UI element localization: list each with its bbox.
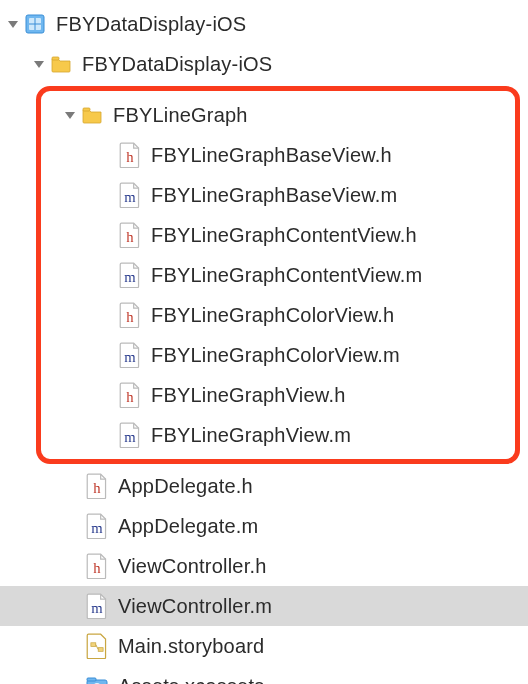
tree-row-file[interactable]: m AppDelegate.m — [0, 506, 528, 546]
svg-marker-7 — [65, 112, 75, 119]
svg-text:m: m — [91, 520, 103, 536]
tree-label: Assets.xcassets — [118, 675, 264, 685]
svg-rect-25 — [87, 678, 96, 681]
tree-row-file[interactable]: Assets.xcassets — [0, 666, 528, 684]
xcassets-file-icon — [86, 675, 108, 684]
tree-row-group[interactable]: FBYDataDisplay-iOS — [0, 44, 528, 84]
h-file-icon: h — [119, 384, 141, 406]
tree-row-file[interactable]: m ViewController.m — [0, 586, 528, 626]
tree-row-file[interactable]: h FBYLineGraphView.h — [41, 375, 515, 415]
svg-text:h: h — [126, 309, 134, 325]
disclosure-triangle[interactable] — [63, 108, 77, 122]
m-file-icon: m — [119, 344, 141, 366]
svg-rect-21 — [91, 642, 96, 646]
tree-label: FBYLineGraph — [113, 104, 248, 127]
svg-marker-5 — [34, 61, 44, 68]
tree-row-file[interactable]: h FBYLineGraphContentView.h — [41, 215, 515, 255]
tree-row-file[interactable]: h AppDelegate.h — [0, 466, 528, 506]
tree-label: FBYLineGraphColorView.h — [151, 304, 394, 327]
tree-label: FBYLineGraphView.m — [151, 424, 351, 447]
folder-icon — [50, 53, 72, 75]
tree-label: FBYLineGraphContentView.h — [151, 224, 417, 247]
h-file-icon: h — [86, 555, 108, 577]
h-file-icon: h — [119, 224, 141, 246]
project-navigator: FBYDataDisplay-iOS FBYDataDisplay-iOS — [0, 0, 528, 684]
svg-rect-8 — [83, 108, 90, 111]
tree-row-file[interactable]: h FBYLineGraphBaseView.h — [41, 135, 515, 175]
svg-text:h: h — [93, 560, 101, 576]
svg-text:m: m — [124, 429, 136, 445]
h-file-icon: h — [86, 475, 108, 497]
m-file-icon: m — [86, 595, 108, 617]
tree-label: ViewController.h — [118, 555, 266, 578]
h-file-icon: h — [119, 304, 141, 326]
svg-rect-22 — [98, 647, 103, 651]
tree-row-file[interactable]: m FBYLineGraphBaseView.m — [41, 175, 515, 215]
m-file-icon: m — [119, 264, 141, 286]
svg-text:h: h — [126, 389, 134, 405]
storyboard-file-icon — [86, 635, 108, 657]
tree-label: FBYDataDisplay-iOS — [56, 13, 246, 36]
tree-label: FBYLineGraphBaseView.h — [151, 144, 392, 167]
folder-icon — [81, 104, 103, 126]
tree-label: FBYLineGraphView.h — [151, 384, 345, 407]
svg-text:h: h — [93, 480, 101, 496]
m-file-icon: m — [119, 184, 141, 206]
svg-text:m: m — [91, 600, 103, 616]
svg-text:m: m — [124, 269, 136, 285]
tree-label: ViewController.m — [118, 595, 272, 618]
tree-row-file[interactable]: h FBYLineGraphColorView.h — [41, 295, 515, 335]
tree-label: AppDelegate.m — [118, 515, 258, 538]
m-file-icon: m — [86, 515, 108, 537]
tree-label: FBYLineGraphBaseView.m — [151, 184, 397, 207]
svg-marker-0 — [8, 21, 18, 28]
tree-label: FBYLineGraphContentView.m — [151, 264, 422, 287]
tree-row-project-root[interactable]: FBYDataDisplay-iOS — [0, 4, 528, 44]
tree-label: AppDelegate.h — [118, 475, 253, 498]
svg-text:m: m — [124, 349, 136, 365]
tree-row-file[interactable]: Main.storyboard — [0, 626, 528, 666]
svg-text:h: h — [126, 229, 134, 245]
tree-row-file[interactable]: h ViewController.h — [0, 546, 528, 586]
tree-row-file[interactable]: m FBYLineGraphColorView.m — [41, 335, 515, 375]
tree-row-file[interactable]: m FBYLineGraphView.m — [41, 415, 515, 455]
tree-label: FBYLineGraphColorView.m — [151, 344, 400, 367]
svg-rect-6 — [52, 57, 59, 60]
highlight-box: FBYLineGraph h FBYLineGraphBaseView.h m … — [36, 86, 520, 464]
svg-text:m: m — [124, 189, 136, 205]
disclosure-triangle[interactable] — [6, 17, 20, 31]
tree-row-file[interactable]: m FBYLineGraphContentView.m — [41, 255, 515, 295]
tree-label: Main.storyboard — [118, 635, 264, 658]
disclosure-triangle[interactable] — [32, 57, 46, 71]
tree-label: FBYDataDisplay-iOS — [82, 53, 272, 76]
svg-text:h: h — [126, 149, 134, 165]
tree-row-group[interactable]: FBYLineGraph — [41, 95, 515, 135]
m-file-icon: m — [119, 424, 141, 446]
h-file-icon: h — [119, 144, 141, 166]
xcode-project-icon — [24, 13, 46, 35]
